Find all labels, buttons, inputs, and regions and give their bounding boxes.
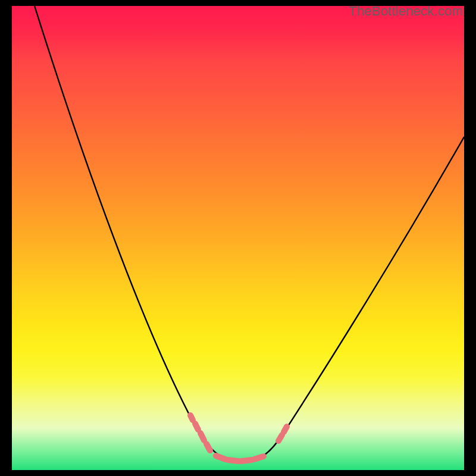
marker: [201, 433, 204, 440]
marker: [190, 415, 193, 420]
watermark-text: TheBottleneck.com: [349, 4, 463, 19]
marker: [241, 460, 252, 461]
curve-layer: [12, 6, 464, 470]
marker: [228, 460, 239, 461]
marker: [206, 444, 210, 450]
marker: [195, 424, 198, 430]
marker: [278, 435, 282, 441]
marker-group: [190, 415, 287, 461]
marker: [254, 456, 264, 459]
chart-frame: TheBottleneck.com: [0, 0, 476, 476]
plot-area: [12, 6, 464, 470]
marker: [284, 427, 287, 432]
marker: [216, 456, 226, 459]
bottleneck-curve: [35, 6, 464, 462]
